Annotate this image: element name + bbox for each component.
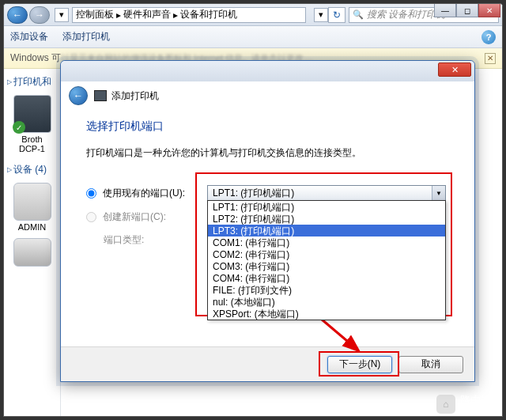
breadcrumb-item[interactable]: 控制面板 <box>76 8 114 21</box>
create-new-port-radio[interactable] <box>86 212 96 222</box>
port-option[interactable]: LPT2: (打印机端口) <box>208 213 445 225</box>
dialog-back-button[interactable]: ← <box>69 86 88 105</box>
add-printer-dialog: ✕ ← 添加打印机 选择打印机端口 打印机端口是一种允许您的计算机与打印机交换信… <box>60 60 475 382</box>
info-close-icon[interactable]: ✕ <box>485 53 496 64</box>
port-option[interactable]: COM4: (串行端口) <box>208 272 445 284</box>
camera-icon <box>13 238 51 267</box>
refresh-button[interactable]: ↻ <box>328 7 346 23</box>
sidebar-section-devices[interactable]: ▷设备 (4) <box>7 163 57 176</box>
printer-icon <box>94 90 107 101</box>
watermark: ⌂ 路由器 luyouqi.com <box>436 393 498 415</box>
printer-icon: ✓ <box>13 95 51 133</box>
dialog-heading: 选择打印机端口 <box>86 119 449 134</box>
help-icon[interactable]: ? <box>481 30 496 44</box>
device-label: ADMIN <box>7 222 57 232</box>
device-item[interactable] <box>7 238 57 267</box>
back-button[interactable]: ← <box>7 6 28 24</box>
port-option[interactable]: COM3: (串行端口) <box>208 260 445 272</box>
toolbar: 添加设备 添加打印机 ? <box>4 26 502 48</box>
port-option[interactable]: XPSPort: (本地端口) <box>208 308 445 320</box>
device-item[interactable]: ADMIN <box>7 183 57 232</box>
use-existing-port-label: 使用现有的端口(U): <box>103 187 202 200</box>
search-icon: 🔍 <box>353 9 364 20</box>
port-option[interactable]: LPT3: (打印机端口) <box>208 225 445 236</box>
port-dropdown-list: LPT1: (打印机端口)LPT2: (打印机端口)LPT3: (打印机端口)C… <box>207 200 446 320</box>
dialog-close-button[interactable]: ✕ <box>438 62 471 77</box>
dropdown-button[interactable]: ▾ <box>314 8 328 22</box>
minimize-button[interactable]: — <box>434 3 456 17</box>
watermark-icon: ⌂ <box>436 395 455 414</box>
device-label: Broth <box>7 134 57 144</box>
watermark-title: 路由器 <box>460 393 498 407</box>
breadcrumb[interactable]: 控制面板▸ 硬件和声音▸ 设备和打印机 <box>72 7 306 23</box>
close-button[interactable]: ✕ <box>478 3 500 17</box>
use-existing-port-radio[interactable] <box>86 188 96 199</box>
breadcrumb-item[interactable]: 硬件和声音 <box>123 8 171 21</box>
next-button[interactable]: 下一步(N) <box>327 356 392 373</box>
dialog-description: 打印机端口是一种允许您的计算机与打印机交换信息的连接类型。 <box>86 146 449 160</box>
titlebar: ← → ▾ 控制面板▸ 硬件和声音▸ 设备和打印机 ▾ ↻ 🔍 搜索 设备和打印… <box>4 4 502 26</box>
create-new-port-label: 创建新端口(C): <box>103 210 202 224</box>
sidebar: ▷打印机和 ✓ Broth DCP-1 ▷设备 (4) ADMIN <box>4 69 61 416</box>
up-button[interactable]: ▾ <box>55 8 69 22</box>
sidebar-section-printers[interactable]: ▷打印机和 <box>7 75 57 89</box>
breadcrumb-item[interactable]: 设备和打印机 <box>180 8 237 21</box>
port-option[interactable]: COM1: (串行端口) <box>208 236 445 248</box>
device-item[interactable]: ✓ Broth DCP-1 <box>7 95 57 153</box>
toolbar-add-printer[interactable]: 添加打印机 <box>62 30 110 44</box>
forward-button[interactable]: → <box>29 6 50 24</box>
port-combobox[interactable]: LPT1: (打印机端口) ▼ <box>207 185 446 201</box>
dialog-title: 添加打印机 <box>111 89 159 103</box>
check-icon: ✓ <box>13 121 25 134</box>
port-option[interactable]: FILE: (打印到文件) <box>208 284 445 296</box>
chevron-down-icon: ▼ <box>432 186 445 200</box>
dialog-footer: 下一步(N) 取消 <box>61 346 474 381</box>
port-option[interactable]: COM2: (串行端口) <box>208 248 445 260</box>
device-label: DCP-1 <box>7 144 57 153</box>
maximize-button[interactable]: ◻ <box>456 3 478 17</box>
toolbar-add-device[interactable]: 添加设备 <box>10 30 48 44</box>
port-option[interactable]: LPT1: (打印机端口) <box>208 201 445 213</box>
port-option[interactable]: nul: (本地端口) <box>208 296 445 308</box>
cancel-button[interactable]: 取消 <box>398 356 463 373</box>
drive-icon <box>13 183 51 221</box>
info-prefix: Windows 可 <box>10 51 61 65</box>
watermark-sub: luyouqi.com <box>460 407 498 415</box>
port-selected-value: LPT1: (打印机端口) <box>213 187 294 200</box>
dialog-titlebar: ✕ <box>61 61 474 81</box>
